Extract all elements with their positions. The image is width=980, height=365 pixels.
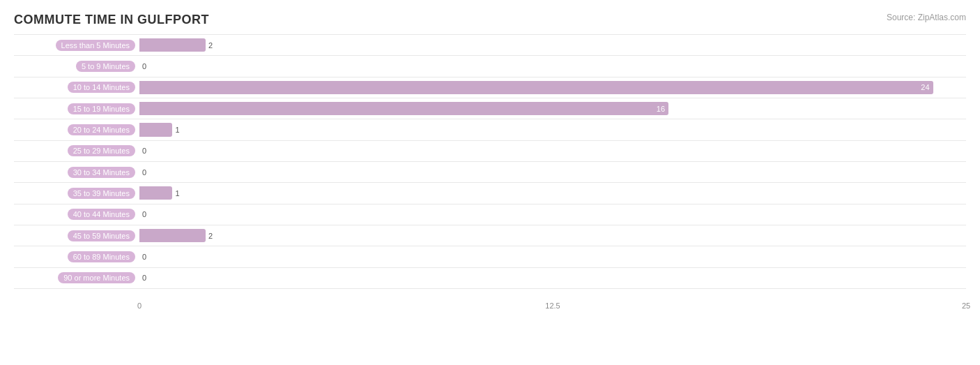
bar-track: 0: [139, 204, 966, 225]
bar-label-pill: 45 to 59 Minutes: [68, 230, 135, 241]
chart-container: COMMUTE TIME IN GULFPORT Source: ZipAtla…: [0, 0, 980, 365]
bar-value: 1: [175, 126, 179, 134]
bar-label: 45 to 59 Minutes: [14, 230, 139, 241]
bar-value: 0: [142, 274, 146, 282]
bar-track: 2: [139, 35, 966, 55]
bar-label: 15 to 19 Minutes: [14, 103, 139, 114]
bar-label: Less than 5 Minutes: [14, 40, 139, 51]
bar-label: 60 to 89 Minutes: [14, 251, 139, 262]
bar-value: 1: [175, 189, 179, 198]
bar-label: 40 to 44 Minutes: [14, 209, 139, 220]
bar-fill: 2: [139, 229, 206, 242]
bar-label: 30 to 34 Minutes: [14, 167, 139, 178]
bar-row: 60 to 89 Minutes0: [14, 246, 966, 267]
x-axis-label: 25: [962, 301, 970, 310]
bar-label-pill: 25 to 29 Minutes: [68, 145, 135, 156]
bars-area: Less than 5 Minutes25 to 9 Minutes010 to…: [14, 34, 966, 289]
bar-label-pill: 40 to 44 Minutes: [68, 209, 135, 220]
bar-label: 10 to 14 Minutes: [14, 82, 139, 93]
bar-label-pill: 5 to 9 Minutes: [76, 61, 135, 72]
bar-label-pill: 35 to 39 Minutes: [68, 188, 135, 199]
bar-track: 16: [139, 98, 966, 119]
bar-value: 16: [657, 105, 665, 113]
bar-row: 20 to 24 Minutes1: [14, 119, 966, 140]
chart-body: Less than 5 Minutes25 to 9 Minutes010 to…: [14, 34, 966, 310]
bar-label-pill: 60 to 89 Minutes: [68, 251, 135, 262]
chart-title: COMMUTE TIME IN GULFPORT: [14, 13, 209, 27]
x-axis: 012.525: [139, 290, 966, 310]
bar-value: 0: [142, 168, 146, 177]
bar-row: 30 to 34 Minutes0: [14, 161, 966, 182]
bar-value: 2: [208, 232, 213, 240]
bar-label-pill: 10 to 14 Minutes: [68, 82, 135, 93]
bar-track: 1: [139, 183, 966, 203]
x-axis-label: 0: [137, 301, 141, 310]
bar-fill: 16: [139, 102, 668, 115]
bar-label-pill: 90 or more Minutes: [58, 272, 135, 283]
bar-value: 0: [142, 253, 146, 261]
bar-row: 45 to 59 Minutes2: [14, 225, 966, 246]
bar-value: 2: [208, 41, 213, 50]
bar-row: 10 to 14 Minutes24: [14, 77, 966, 98]
bar-row: 25 to 29 Minutes0: [14, 140, 966, 161]
bar-value: 0: [142, 210, 146, 218]
bar-value: 24: [921, 83, 929, 91]
bar-track: 0: [139, 56, 966, 76]
chart-header: COMMUTE TIME IN GULFPORT Source: ZipAtla…: [14, 13, 966, 27]
bar-label-pill: 15 to 19 Minutes: [68, 103, 135, 114]
bar-fill: 1: [139, 186, 172, 200]
bar-fill: 24: [139, 81, 933, 94]
bar-row: 35 to 39 Minutes1: [14, 182, 966, 203]
bar-fill: 1: [139, 123, 172, 136]
bar-value: 0: [142, 62, 146, 70]
bar-fill: 2: [139, 38, 206, 52]
bar-row: 15 to 19 Minutes16: [14, 98, 966, 119]
bar-label-pill: 20 to 24 Minutes: [68, 124, 135, 135]
bar-label: 20 to 24 Minutes: [14, 124, 139, 135]
bar-row: 40 to 44 Minutes0: [14, 204, 966, 225]
bar-track: 0: [139, 162, 966, 182]
bar-track: 0: [139, 141, 966, 161]
bar-label: 5 to 9 Minutes: [14, 61, 139, 72]
bar-track: 2: [139, 225, 966, 246]
bar-row: Less than 5 Minutes2: [14, 34, 966, 55]
bar-row: 90 or more Minutes0: [14, 267, 966, 289]
bar-label: 35 to 39 Minutes: [14, 188, 139, 199]
bar-label: 25 to 29 Minutes: [14, 145, 139, 156]
bar-label-pill: Less than 5 Minutes: [56, 40, 135, 51]
bar-track: 1: [139, 119, 966, 140]
chart-source: Source: ZipAtlas.com: [887, 13, 966, 22]
bar-value: 0: [142, 147, 146, 155]
bar-label-pill: 30 to 34 Minutes: [68, 167, 135, 178]
bar-label: 90 or more Minutes: [14, 272, 139, 283]
bar-track: 0: [139, 246, 966, 267]
bar-track: 24: [139, 77, 966, 98]
bar-row: 5 to 9 Minutes0: [14, 55, 966, 76]
bar-track: 0: [139, 268, 966, 288]
x-axis-label: 12.5: [545, 301, 560, 310]
